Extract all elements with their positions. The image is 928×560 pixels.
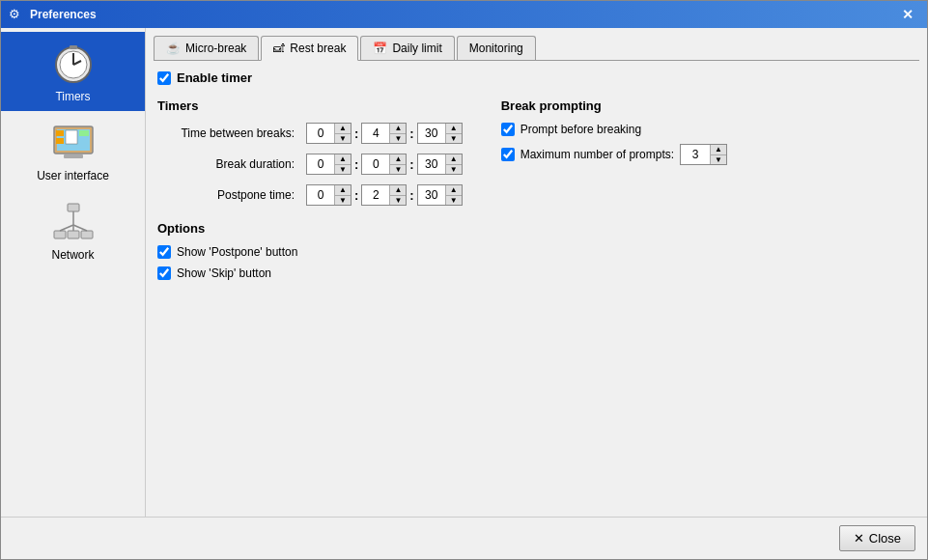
secs-btns-2: ▲ ▼ xyxy=(445,154,462,174)
colon-2a: : xyxy=(354,157,358,172)
network-svg xyxy=(50,198,97,244)
mins-input-3[interactable] xyxy=(362,185,389,205)
hours-spinner-wrap-1: ▲ ▼ xyxy=(306,123,352,144)
max-prompts-input[interactable] xyxy=(681,145,710,164)
main-panel: ☕ Micro-break 🛋 Rest break 📅 Daily limit… xyxy=(146,28,927,517)
secs-down-3[interactable]: ▼ xyxy=(446,195,462,205)
svg-rect-4 xyxy=(70,45,77,49)
secs-spinner-wrap-1: ▲ ▼ xyxy=(417,123,463,144)
rest-break-label: Rest break xyxy=(290,42,346,55)
secs-down-1[interactable]: ▼ xyxy=(446,133,462,143)
svg-rect-16 xyxy=(81,231,93,238)
hours-down-3[interactable]: ▼ xyxy=(335,195,351,205)
sidebar: Timers User interface xyxy=(1,28,146,517)
user-interface-label: User interface xyxy=(37,169,109,182)
svg-rect-7 xyxy=(56,130,64,136)
break-duration-row: Break duration: ▲ ▼ : xyxy=(157,154,463,175)
mins-input-1[interactable] xyxy=(362,124,389,143)
mins-spinner-wrap-1: ▲ ▼ xyxy=(361,123,407,144)
mins-down-3[interactable]: ▼ xyxy=(390,195,406,205)
tabs-bar: ☕ Micro-break 🛋 Rest break 📅 Daily limit… xyxy=(154,36,919,61)
content-area: Timers User interface xyxy=(1,28,927,517)
mins-btns-1: ▲ ▼ xyxy=(389,124,406,143)
timers-heading: Timers xyxy=(157,98,463,113)
secs-input-2[interactable] xyxy=(418,154,445,174)
secs-spinner-wrap-3: ▲ ▼ xyxy=(417,184,463,206)
close-button[interactable]: ✕ Close xyxy=(839,525,915,551)
secs-up-2[interactable]: ▲ xyxy=(446,154,462,164)
mins-spinner-wrap-3: ▲ ▼ xyxy=(361,184,407,206)
micro-break-label: Micro-break xyxy=(185,42,246,55)
svg-rect-9 xyxy=(66,130,77,144)
show-postpone-checkbox[interactable] xyxy=(157,245,171,259)
network-icon xyxy=(50,198,97,244)
tab-monitoring[interactable]: Monitoring xyxy=(457,36,536,60)
secs-up-1[interactable]: ▲ xyxy=(446,124,462,133)
timers-icon xyxy=(50,40,97,86)
mins-up-2[interactable]: ▲ xyxy=(390,154,406,164)
colon-3a: : xyxy=(354,188,358,203)
options-heading: Options xyxy=(157,221,463,236)
mins-down-2[interactable]: ▼ xyxy=(390,164,406,174)
title-bar-left: ⚙ Preferences xyxy=(9,7,97,22)
colon-3b: : xyxy=(409,188,413,203)
prompt-before-breaking-checkbox[interactable] xyxy=(501,123,515,136)
timers-col: Timers Time between breaks: ▲ ▼ xyxy=(157,98,463,288)
mins-down-1[interactable]: ▼ xyxy=(390,133,406,143)
max-prompts-checkbox[interactable] xyxy=(501,148,515,161)
section-content: Enable timer Timers Time between breaks: xyxy=(154,70,919,509)
enable-timer-checkbox[interactable] xyxy=(157,71,171,85)
svg-rect-12 xyxy=(64,154,83,158)
svg-rect-8 xyxy=(56,138,64,144)
sidebar-item-user-interface[interactable]: User interface xyxy=(1,111,145,190)
mins-spinner-wrap-2: ▲ ▼ xyxy=(361,154,407,175)
mins-input-2[interactable] xyxy=(362,154,389,174)
mins-up-1[interactable]: ▲ xyxy=(390,124,406,133)
time-between-breaks-label: Time between breaks: xyxy=(157,126,302,140)
hours-input-3[interactable] xyxy=(307,185,334,205)
tab-daily-limit[interactable]: 📅 Daily limit xyxy=(360,36,454,60)
secs-input-1[interactable] xyxy=(418,124,445,143)
sidebar-item-network[interactable]: Network xyxy=(1,190,145,269)
prompt-before-breaking-row: Prompt before breaking xyxy=(501,123,915,136)
hours-btns-2: ▲ ▼ xyxy=(334,154,351,174)
sidebar-item-timers[interactable]: Timers xyxy=(1,32,145,111)
secs-down-2[interactable]: ▼ xyxy=(446,164,462,174)
secs-btns-3: ▲ ▼ xyxy=(445,185,462,205)
break-prompting-heading: Break prompting xyxy=(501,98,915,113)
window-close-button[interactable]: ✕ xyxy=(896,5,919,24)
mins-btns-3: ▲ ▼ xyxy=(389,185,406,205)
max-prompts-down[interactable]: ▼ xyxy=(711,154,726,164)
colon-2b: : xyxy=(409,157,413,172)
tab-micro-break[interactable]: ☕ Micro-break xyxy=(154,36,259,60)
two-columns: Timers Time between breaks: ▲ ▼ xyxy=(157,98,915,288)
max-prompts-row: Maximum number of prompts: ▲ ▼ xyxy=(501,144,915,165)
postpone-time-label: Postpone time: xyxy=(157,188,302,202)
hours-up-3[interactable]: ▲ xyxy=(335,185,351,195)
mins-up-3[interactable]: ▲ xyxy=(390,185,406,195)
micro-break-icon: ☕ xyxy=(166,42,181,55)
break-prompting-col: Break prompting Prompt before breaking M… xyxy=(501,98,915,288)
hours-spinner-wrap-3: ▲ ▼ xyxy=(306,184,352,206)
hours-input-2[interactable] xyxy=(307,154,334,174)
secs-input-3[interactable] xyxy=(418,185,445,205)
title-bar: ⚙ Preferences ✕ xyxy=(1,1,927,28)
mins-btns-2: ▲ ▼ xyxy=(389,154,406,174)
hours-btns-3: ▲ ▼ xyxy=(334,185,351,205)
secs-up-3[interactable]: ▲ xyxy=(446,185,462,195)
time-between-breaks-spinner: ▲ ▼ : ▲ ▼ xyxy=(306,123,463,144)
hours-down-2[interactable]: ▼ xyxy=(335,164,351,174)
user-interface-icon xyxy=(50,119,97,165)
secs-spinner-wrap-2: ▲ ▼ xyxy=(417,154,463,175)
max-prompts-up[interactable]: ▲ xyxy=(711,145,726,154)
hours-up-2[interactable]: ▲ xyxy=(335,154,351,164)
hours-up-1[interactable]: ▲ xyxy=(335,124,351,133)
hours-input-1[interactable] xyxy=(307,124,334,143)
svg-rect-14 xyxy=(54,231,66,238)
svg-line-18 xyxy=(60,225,73,231)
show-skip-checkbox[interactable] xyxy=(157,266,171,280)
max-prompts-btns: ▲ ▼ xyxy=(710,145,726,164)
tab-rest-break[interactable]: 🛋 Rest break xyxy=(261,36,358,61)
hours-down-1[interactable]: ▼ xyxy=(335,133,351,143)
close-label: Close xyxy=(869,531,901,546)
